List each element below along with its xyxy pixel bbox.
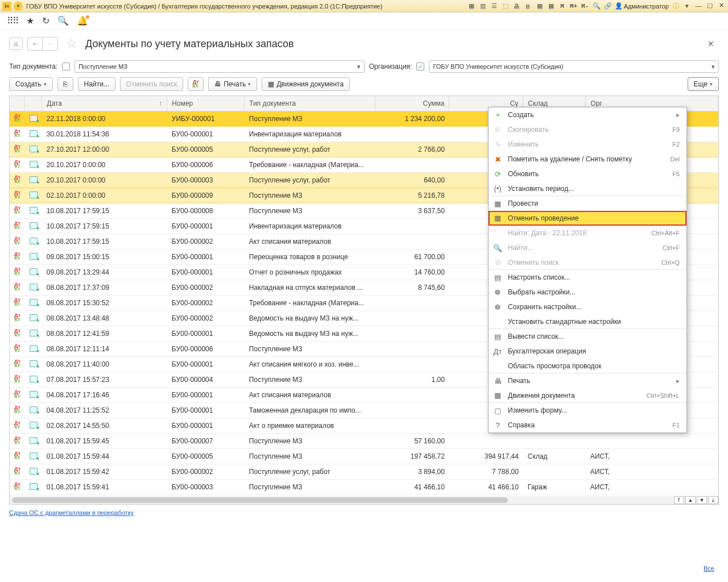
dtkt-button[interactable]: ДтКт	[188, 77, 204, 91]
more-button[interactable]: Еще ▾	[688, 77, 719, 91]
col-type[interactable]: Тип документа	[245, 96, 375, 111]
nav-forward-button[interactable]: →	[43, 38, 57, 50]
menu-icon: ▦	[493, 391, 502, 400]
menu-item[interactable]: Область просмотра проводок	[489, 359, 686, 373]
menu-item[interactable]: ▦Отменить проведение	[489, 211, 686, 226]
doc-type-checkbox[interactable]	[62, 63, 70, 70]
calculator-icon[interactable]: ▦	[535, 2, 544, 11]
cell-number: БУ00-000009	[167, 188, 245, 203]
sys-icon[interactable]: ☰	[490, 2, 499, 11]
menu-item[interactable]: 🖶Печать▸	[489, 373, 686, 388]
menu-label: Найти: Дата - 22.11.2018	[508, 229, 646, 237]
cell-number: БУ00-000001	[167, 403, 245, 418]
current-user[interactable]: 👤 Администратор	[615, 2, 669, 11]
doc-type-combo[interactable]: Поступление МЗ ▾	[75, 60, 365, 73]
recycle-link[interactable]: Сдача ОС с драгметаллами в переработку	[9, 509, 134, 516]
sys-icon[interactable]: ▥	[478, 2, 487, 11]
maximize-button[interactable]: ▢	[705, 2, 714, 10]
close-button[interactable]: ✕	[717, 2, 726, 10]
print-button[interactable]: 🖶 Печать ▾	[208, 77, 257, 91]
find-button[interactable]: Найти...	[78, 77, 115, 91]
col-icon[interactable]	[25, 96, 42, 111]
scale-mplus-icon[interactable]: M+	[569, 2, 578, 11]
menu-icon: 🔍	[493, 244, 502, 252]
menu-item[interactable]: ✖Пометить на удаление / Снять пометкуDel	[489, 152, 686, 167]
cell-date: 01.08.2017 15:59:44	[42, 449, 167, 464]
nav-back-button[interactable]: ←	[28, 38, 43, 50]
col-number[interactable]: Номер	[167, 96, 245, 111]
sys-icon[interactable]: 🖶	[512, 2, 522, 11]
search-icon[interactable]: 🔍	[57, 15, 69, 26]
menu-item[interactable]: ☸Сохранить настройки...	[489, 300, 686, 314]
col-mark[interactable]	[10, 96, 25, 111]
star-icon[interactable]: ★	[26, 15, 34, 26]
scale-m-icon[interactable]: M	[558, 2, 567, 11]
cell-number: БУ00-000005	[167, 142, 245, 157]
horizontal-scrollbar[interactable]: ⤒ ▲ ▼ ⤓	[10, 496, 718, 504]
cell-number: БУ00-000003	[167, 173, 245, 188]
apps-icon[interactable]: ⠿⠿	[7, 15, 18, 26]
cell-date: 08.08.2017 12:41:59	[42, 326, 167, 342]
sys-icon[interactable]: ▦	[467, 2, 476, 11]
scroll-up-button[interactable]: ▲	[685, 496, 696, 504]
menu-item[interactable]: (•)Установить период...	[489, 181, 686, 196]
menu-item[interactable]: Установить стандартные настройки	[489, 314, 686, 329]
sys-icon[interactable]: 🗎	[524, 2, 533, 11]
cell-type: Накладная на отпуск материалов ...	[245, 280, 375, 296]
cancel-search-button[interactable]: Отменить поиск	[120, 77, 183, 91]
create-button[interactable]: Создать▾	[9, 77, 53, 91]
search-icon[interactable]: 🔍	[592, 2, 601, 11]
col-sum[interactable]: Сумма	[375, 96, 449, 111]
minimize-button[interactable]: —	[694, 2, 703, 10]
info-icon[interactable]: ⓘ	[671, 2, 680, 11]
cell-store: Гараж	[523, 480, 586, 495]
cell-sum	[375, 219, 449, 234]
document-icon	[30, 406, 38, 413]
menu-item[interactable]: ▤Вывести список...	[489, 329, 686, 344]
history-icon[interactable]: ↻	[42, 15, 49, 26]
copy-button[interactable]: ⎘	[57, 77, 73, 91]
menu-item[interactable]: ＋Создать▸	[489, 107, 686, 122]
favorite-star-icon[interactable]: ☆	[66, 36, 77, 51]
scroll-top-button[interactable]: ⤒	[674, 496, 684, 504]
org-checkbox[interactable]: ✓	[416, 63, 424, 70]
calendar-icon[interactable]: ▦	[547, 2, 556, 11]
menu-item[interactable]: ▢Изменить форму...	[489, 403, 686, 418]
menu-icon: ⊘	[493, 258, 502, 267]
cell-date: 08.08.2017 15:30:52	[42, 296, 167, 311]
app-menu-caret-icon[interactable]: ▾	[14, 2, 23, 11]
table-row[interactable]: ДтКт01.08.2017 15:59:42БУ00-000002Поступ…	[10, 464, 718, 480]
menu-item[interactable]: ⟳ОбновитьF5	[489, 167, 686, 181]
cell-date: 10.08.2017 17:59:15	[42, 219, 167, 234]
menu-item[interactable]: ▤Настроить список...	[489, 270, 686, 285]
table-row[interactable]: ДтКт01.08.2017 15:59:41БУ00-000003Поступ…	[10, 480, 718, 495]
cell-date: 08.08.2017 11:40:00	[42, 357, 167, 372]
menu-item[interactable]: ?СправкаF1	[489, 418, 686, 433]
scroll-down-button[interactable]: ▼	[697, 496, 707, 504]
close-tab-button[interactable]: ✕	[708, 39, 714, 48]
scale-mminus-icon[interactable]: M-	[581, 2, 590, 11]
scroll-bottom-button[interactable]: ⤓	[708, 496, 718, 504]
link-icon[interactable]: 🔗	[603, 2, 613, 11]
cell-date: 08.08.2017 13:48:48	[42, 311, 167, 326]
document-icon	[30, 422, 38, 429]
menu-item[interactable]: ☸Выбрать настройки...	[489, 285, 686, 300]
sys-icon[interactable]: ⬚	[501, 2, 510, 11]
menu-label: Установить период...	[508, 185, 680, 193]
movements-button[interactable]: ▦ Движения документа	[262, 77, 350, 91]
cell-org: АИСТ,	[586, 464, 718, 480]
menu-item[interactable]: ▦Провести	[489, 196, 686, 211]
home-button[interactable]: ⌂	[9, 38, 23, 50]
bell-icon[interactable]: 🔔	[77, 15, 88, 26]
caret-down-icon[interactable]: ▾	[682, 2, 692, 11]
cell-date: 01.08.2017 15:59:45	[42, 434, 167, 449]
table-row[interactable]: ДтКт01.08.2017 15:59:45БУ00-000007Поступ…	[10, 434, 718, 449]
footer-all-link[interactable]: Все	[704, 565, 714, 572]
col-date[interactable]: Дата↑	[42, 96, 167, 111]
menu-item[interactable]: ДтБухгалтерская операция	[489, 344, 686, 359]
org-combo[interactable]: ГОБУ ВПО Университет искусств (Субсидия)…	[429, 60, 719, 73]
document-icon	[30, 452, 38, 459]
scrollbar-thumb[interactable]	[12, 497, 508, 503]
menu-item[interactable]: ▦Движения документаCtrl+Shift+L	[489, 388, 686, 403]
table-row[interactable]: ДтКт01.08.2017 15:59:44БУ00-000005Поступ…	[10, 449, 718, 464]
